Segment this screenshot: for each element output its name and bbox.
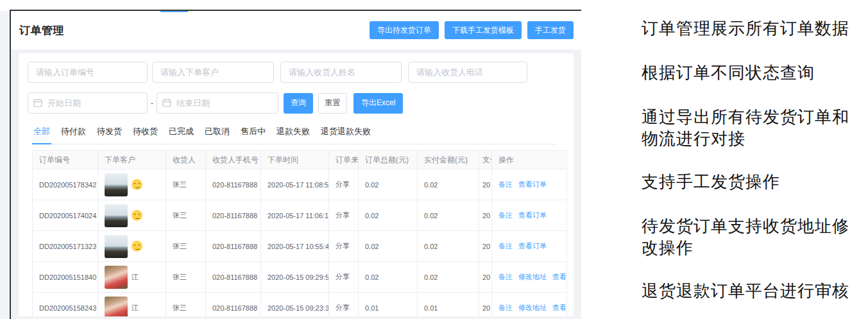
paid-cell: 0.02 [418, 231, 479, 262]
pay-clipped-cell: 20 [479, 293, 492, 317]
col-header-1: 下单客户 [98, 151, 166, 169]
phone-cell: 020-81167888 [206, 200, 261, 231]
customer-cell-td [98, 200, 166, 231]
total-cell: 0.01 [359, 293, 418, 317]
customer-avatar [105, 297, 128, 317]
total-cell: 0.02 [359, 231, 418, 262]
source-cell: 分享 [329, 169, 359, 200]
consignee-name-input[interactable] [280, 62, 402, 83]
pay-clipped-cell: 20 [479, 200, 492, 231]
customer-avatar [105, 235, 128, 258]
query-button[interactable]: 查询 [284, 93, 313, 114]
action-link-备注[interactable]: 备注 [498, 273, 513, 280]
action-link-备注[interactable]: 备注 [498, 180, 513, 188]
pay-clipped-cell: 20 [479, 169, 492, 200]
tab-2[interactable]: 待发货 [96, 123, 123, 144]
note-1: 根据订单不同状态查询 [642, 62, 860, 83]
page-left-gutter [0, 11, 10, 319]
order-no-cell: DD202005178342 [33, 169, 98, 200]
source-cell: 分享 [329, 293, 359, 317]
tab-8[interactable]: 退货退款失败 [319, 123, 372, 144]
actions-cell: 备注查看订单 [492, 200, 567, 231]
customer-avatar [105, 173, 128, 196]
customer-cell-td [98, 169, 166, 200]
actions-cell: 备注修改地址查看订单 [492, 262, 567, 293]
consignee-cell: 张三 [166, 262, 206, 293]
header-button-group: 导出待发货订单下载手工发货模板手工发货 [370, 21, 574, 39]
action-link-查看订单[interactable]: 查看订单 [518, 180, 547, 188]
col-header-7: 实付金额(元) [418, 151, 479, 169]
customer-cell-td: 江 [98, 262, 166, 293]
page-title: 订单管理 [19, 23, 64, 38]
col-header-0: 订单编号 [33, 151, 98, 169]
filter-row-2: - 查询 重置 导出Excel [28, 92, 565, 114]
order-no-cell: DD202005151840 [33, 262, 98, 293]
content-card: - 查询 重置 导出Excel 全部待付款待发货待收货已完成已取消售后中退款失败… [19, 53, 574, 316]
status-tabs: 全部待付款待发货待收货已完成已取消售后中退款失败退货退款失败 [32, 123, 556, 144]
tab-1[interactable]: 待付款 [60, 123, 87, 144]
tab-5[interactable]: 已取消 [203, 123, 231, 144]
end-date-input[interactable] [157, 92, 278, 114]
order-no-input[interactable] [28, 62, 148, 83]
top-scrollbar-thumb[interactable] [160, 11, 188, 12]
source-cell: 分享 [329, 231, 359, 262]
filter-row-1 [28, 62, 565, 83]
consignee-phone-input[interactable] [408, 62, 527, 83]
export-excel-button[interactable]: 导出Excel [353, 93, 403, 114]
order-no-cell: DD202005171323 [33, 231, 98, 262]
note-4: 待发货订单支持收货地址修改操作 [642, 215, 860, 259]
panel-header: 订单管理 导出待发货订单下载手工发货模板手工发货 [11, 11, 581, 49]
paid-cell: 0.02 [418, 200, 479, 231]
customer-avatar [105, 266, 128, 289]
time-cell: 2020-05-17 11:06:12 [261, 200, 329, 231]
action-link-备注[interactable]: 备注 [498, 211, 513, 219]
start-date-input[interactable] [28, 92, 148, 114]
consignee-cell: 张三 [166, 200, 206, 231]
time-cell: 2020-05-17 11:08:51 [261, 169, 329, 200]
tab-4[interactable]: 已完成 [167, 123, 195, 144]
reset-button[interactable]: 重置 [318, 93, 347, 114]
tab-7[interactable]: 退款失败 [275, 123, 311, 144]
action-link-查看订单[interactable]: 查看订单 [518, 211, 547, 219]
action-link-查看订单[interactable]: 查看订单 [552, 273, 567, 280]
actions-cell: 备注查看订单 [492, 169, 567, 200]
total-cell: 0.02 [359, 262, 418, 293]
phone-cell: 020-81167888 [206, 169, 261, 200]
paid-cell: 0.01 [418, 293, 479, 317]
smiley-emoji-icon [132, 241, 142, 252]
actions-cell: 备注查看订单 [492, 231, 567, 262]
table-header-row: 订单编号下单客户收货人收货人手机号下单时间订单来源订单总额(元)实付金额(元)支… [33, 151, 567, 169]
action-link-修改地址[interactable]: 修改地址 [518, 273, 547, 280]
action-link-修改地址[interactable]: 修改地址 [518, 304, 547, 311]
order-no-cell: DD202005174024 [33, 200, 98, 231]
order-table: 订单编号下单客户收货人收货人手机号下单时间订单来源订单总额(元)实付金额(元)支… [32, 150, 567, 316]
customer-name: 江 [132, 272, 139, 282]
customer-avatar [105, 204, 128, 227]
action-link-备注[interactable]: 备注 [498, 304, 513, 311]
table-row: DD202005178342张三020-811678882020-05-17 1… [33, 169, 567, 200]
header-action-button-0[interactable]: 导出待发货订单 [370, 21, 439, 39]
note-5: 退货退款订单平台进行审核 [642, 280, 860, 302]
col-header-5: 订单来源 [329, 151, 359, 169]
smiley-emoji-icon [132, 179, 142, 190]
order-management-panel: 订单管理 导出待发货订单下载手工发货模板手工发货 [10, 10, 581, 319]
action-link-备注[interactable]: 备注 [498, 242, 513, 250]
tab-6[interactable]: 售后中 [239, 123, 267, 144]
tab-0[interactable]: 全部 [32, 123, 51, 144]
tab-3[interactable]: 待收货 [132, 123, 159, 144]
header-action-button-2[interactable]: 手工发货 [527, 21, 574, 39]
customer-input[interactable] [152, 62, 274, 83]
total-cell: 0.02 [359, 200, 418, 231]
action-link-查看订单[interactable]: 查看订单 [518, 242, 547, 250]
header-action-button-1[interactable]: 下载手工发货模板 [445, 21, 522, 39]
col-header-2: 收货人 [166, 151, 206, 169]
action-link-查看订单[interactable]: 查看订单 [552, 304, 567, 311]
col-header-6: 订单总额(元) [359, 151, 418, 169]
col-header-4: 下单时间 [261, 151, 329, 169]
source-cell: 分享 [329, 262, 359, 293]
consignee-cell: 张三 [166, 231, 206, 262]
actions-cell: 备注修改地址查看订单 [492, 293, 567, 317]
order-no-cell: DD202005158243 [33, 293, 98, 317]
table-row: DD202005174024张三020-811678882020-05-17 1… [33, 200, 567, 231]
table-row: DD202005171323张三020-811678882020-05-17 1… [33, 231, 567, 262]
